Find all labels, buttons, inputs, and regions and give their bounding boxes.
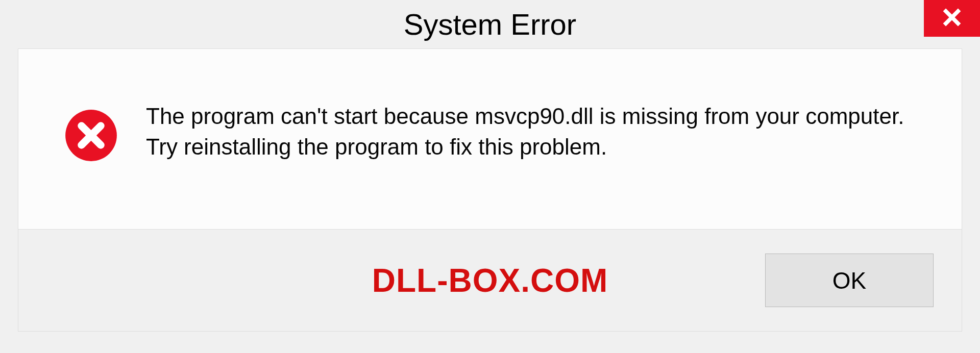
dialog-message: The program can't start because msvcp90.… xyxy=(146,101,931,162)
dialog-footer: DLL-BOX.COM OK xyxy=(18,230,962,332)
error-icon xyxy=(64,109,118,162)
dialog-title: System Error xyxy=(404,7,576,41)
ok-button[interactable]: OK xyxy=(765,254,934,307)
dialog-title-bar: System Error xyxy=(0,0,980,48)
dialog-body: The program can't start because msvcp90.… xyxy=(18,48,962,230)
watermark-text: DLL-BOX.COM xyxy=(372,262,608,299)
close-icon xyxy=(941,6,963,31)
close-button[interactable] xyxy=(924,0,980,37)
